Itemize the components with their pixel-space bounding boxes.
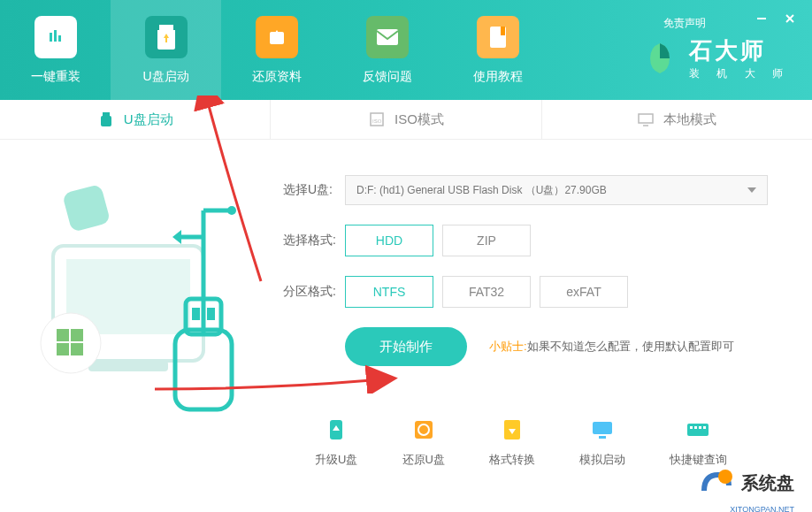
tab-local-mode[interactable]: 本地模式: [542, 100, 812, 139]
svg-rect-38: [599, 436, 606, 439]
select-format-label: 选择格式:: [283, 233, 345, 248]
format-opt-hdd[interactable]: HDD: [345, 225, 433, 256]
simulate-icon: [589, 416, 616, 443]
watermark-logo-icon: [697, 464, 734, 501]
tip-text: 如果不知道怎么配置，使用默认配置即可: [527, 340, 734, 353]
tab-label: ISO模式: [395, 111, 444, 128]
illustration: [0, 157, 265, 449]
brand-name: 石大师: [689, 35, 790, 66]
svg-rect-43: [703, 426, 706, 429]
svg-rect-19: [88, 361, 168, 371]
minimize-button[interactable]: [755, 12, 768, 25]
tab-label: 本地模式: [663, 111, 716, 128]
watermark-text: 系统盘: [741, 471, 794, 495]
svg-rect-7: [377, 29, 398, 45]
tab-label: U盘启动: [124, 111, 173, 128]
nav-restore[interactable]: 还原资料: [221, 0, 332, 100]
partition-opt-fat32[interactable]: FAT32: [442, 276, 531, 308]
tool-label: 升级U盘: [315, 452, 357, 468]
tool-label: 模拟启动: [579, 452, 625, 468]
tool-label: 还原U盘: [402, 452, 445, 468]
tip: 小贴士:如果不知道怎么配置，使用默认配置即可: [489, 339, 734, 355]
svg-rect-16: [62, 184, 111, 233]
iso-icon: ISO: [368, 111, 386, 128]
tool-label: 格式转换: [489, 452, 535, 468]
usb-icon: [97, 111, 115, 128]
nav-label: U盘启动: [142, 69, 188, 85]
svg-rect-32: [71, 343, 83, 355]
tool-restore-usb[interactable]: 还原U盘: [402, 416, 445, 468]
dropdown-value: D:F: (hd1) General USB Flash Disk （U盘）27…: [356, 183, 607, 198]
svg-rect-39: [687, 424, 709, 436]
watermark-url: XITONGPAN.NET: [730, 505, 794, 512]
svg-rect-26: [192, 308, 200, 320]
nav-label: 反馈问题: [363, 69, 412, 85]
config-form: 选择U盘: D:F: (hd1) General USB Flash Disk …: [265, 157, 812, 449]
watermark: 系统盘: [697, 464, 794, 501]
brand: 石大师 装 机 大 师: [641, 35, 790, 81]
svg-rect-40: [690, 426, 693, 429]
close-button[interactable]: [784, 12, 796, 25]
partition-opt-ntfs[interactable]: NTFS: [345, 276, 433, 308]
nav-tutorial[interactable]: 使用教程: [442, 0, 553, 100]
svg-rect-9: [501, 27, 505, 35]
tip-label: 小贴士:: [489, 340, 527, 353]
tab-usb-boot[interactable]: U盘启动: [0, 100, 271, 139]
tab-iso-mode[interactable]: ISO ISO模式: [271, 100, 541, 139]
nav-label: 一键重装: [31, 69, 80, 85]
svg-rect-4: [54, 30, 57, 42]
partition-format-label: 分区格式:: [283, 284, 345, 300]
svg-rect-3: [50, 33, 52, 42]
tool-upgrade-usb[interactable]: 升级U盘: [315, 416, 357, 468]
disclaimer-link[interactable]: 免责声明: [663, 16, 706, 31]
svg-rect-10: [103, 112, 110, 116]
restore-usb-icon: [410, 416, 437, 443]
svg-rect-5: [58, 35, 61, 42]
keyboard-icon: [685, 416, 711, 443]
mode-tabs: U盘启动 ISO ISO模式 本地模式: [0, 100, 812, 140]
partition-opt-exfat[interactable]: exFAT: [540, 276, 628, 308]
brand-subtitle: 装 机 大 师: [689, 66, 790, 81]
monitor-icon: [637, 111, 655, 128]
svg-rect-31: [57, 343, 69, 355]
svg-text:ISO: ISO: [372, 118, 382, 124]
nav-usb-boot[interactable]: U盘启动: [111, 0, 221, 100]
brand-logo-icon: [641, 40, 678, 77]
svg-rect-30: [71, 329, 83, 341]
upgrade-icon: [323, 416, 349, 443]
tool-format-convert[interactable]: 格式转换: [489, 416, 535, 468]
convert-icon: [499, 416, 525, 443]
main-content: 选择U盘: D:F: (hd1) General USB Flash Disk …: [0, 140, 812, 449]
svg-rect-41: [694, 426, 697, 429]
select-usb-label: 选择U盘:: [283, 182, 345, 198]
svg-rect-27: [207, 308, 215, 320]
usb-drive-dropdown[interactable]: D:F: (hd1) General USB Flash Disk （U盘）27…: [345, 175, 768, 205]
svg-rect-29: [57, 329, 69, 341]
header: 免责声明 一键重装 U盘启动 还原资料 反馈问题 使用教程 石大师 装 机: [0, 0, 812, 100]
format-opt-zip[interactable]: ZIP: [442, 225, 531, 256]
tool-hotkey-lookup[interactable]: 快捷键查询: [670, 416, 727, 468]
svg-point-44: [718, 470, 732, 484]
nav-label: 还原资料: [252, 69, 302, 85]
svg-rect-37: [593, 422, 612, 434]
tool-simulate-boot[interactable]: 模拟启动: [579, 416, 625, 468]
nav-label: 使用教程: [473, 69, 523, 85]
start-create-button[interactable]: 开始制作: [345, 327, 467, 366]
nav-bar: 一键重装 U盘启动 还原资料 反馈问题 使用教程: [0, 0, 553, 100]
window-controls: [755, 12, 796, 25]
chevron-down-icon: [747, 187, 756, 193]
nav-feedback[interactable]: 反馈问题: [332, 0, 442, 100]
svg-rect-11: [101, 116, 111, 126]
svg-point-22: [227, 206, 236, 215]
svg-rect-42: [699, 426, 701, 429]
svg-rect-14: [639, 114, 653, 123]
nav-reinstall[interactable]: 一键重装: [0, 0, 111, 100]
